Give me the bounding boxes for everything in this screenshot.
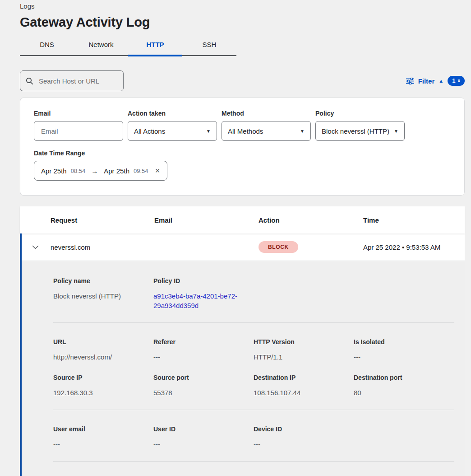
method-label: Method [222,110,311,117]
action-taken-filter: Action taken All Actions ▼ [128,110,217,141]
policy-select[interactable]: Block neverssl (HTTP) ▼ [315,121,405,141]
col-header-action: Action [259,216,363,224]
email-filter-input[interactable] [40,127,117,135]
filter-controls: Filter ▲ 1 x [406,76,465,86]
range-start-date[interactable]: Apr 25th [41,167,67,175]
page-title: Gateway Activity Log [20,14,465,30]
search-icon [26,77,33,85]
clear-filters-icon[interactable]: x [457,78,460,83]
detail-field-is-isolated: Is Isolated --- [354,338,454,362]
search-input[interactable] [38,77,118,85]
detail-field-url: URL http://neverssl.com/ [53,338,153,362]
policy-filter: Policy Block neverssl (HTTP) ▼ [315,110,405,141]
detail-field-device-id: Device ID --- [254,425,354,449]
log-detail-panel: Policy name Block neverssl (HTTP) Policy… [20,261,465,476]
arrow-right-icon: → [91,167,98,175]
method-select[interactable]: All Methods ▼ [222,121,311,141]
search-box[interactable] [20,70,124,91]
col-header-time: Time [363,216,465,224]
range-end-time[interactable]: 09:54 [134,168,148,174]
date-range-picker[interactable]: Apr 25th 08:54 → Apr 25th 09:54 ✕ [34,161,167,181]
action-taken-label: Action taken [128,110,217,117]
detail-field-http-version: HTTP Version HTTP/1.1 [254,338,354,362]
date-time-range-label: Date Time Range [34,149,451,157]
tab-bar: DNS Network HTTP SSH [20,37,236,56]
http-section: URL http://neverssl.com/ Referer --- HTT… [53,338,454,362]
block-status-badge: BLOCK [259,241,298,253]
row-time: Apr 25 2022 • 9:53:53 AM [363,243,465,251]
col-header-request: Request [51,216,154,224]
tab-network[interactable]: Network [74,37,128,55]
email-filter: Email [34,110,123,141]
chevron-down-icon[interactable] [20,245,51,249]
close-icon[interactable]: ✕ [155,167,160,174]
divider [53,461,454,462]
table-header-row: Request Email Action Time [20,206,465,233]
user-section: User email --- User ID --- Device ID --- [53,425,454,449]
tab-http[interactable]: HTTP [128,37,182,55]
action-taken-value: All Actions [134,127,165,135]
range-end-date[interactable]: Apr 25th [104,167,129,175]
filter-panel: Email Action taken All Actions ▼ Method … [20,98,465,196]
network-section: Source IP 192.168.30.3 Source port 55378… [53,374,454,397]
detail-field-referer: Referer --- [153,338,254,362]
tab-ssh[interactable]: SSH [182,37,236,55]
policy-section: Policy name Block neverssl (HTTP) Policy… [53,277,454,310]
row-request: neverssl.com [51,243,154,251]
table-row[interactable]: neverssl.com BLOCK Apr 25 2022 • 9:53:53… [20,233,465,261]
detail-field-destination-port: Destination port 80 [354,374,454,397]
method-value: All Methods [228,127,263,135]
detail-field-destination-ip: Destination IP 108.156.107.44 [254,374,354,397]
range-start-time[interactable]: 08:54 [71,168,86,174]
filter-toggle[interactable]: Filter [418,77,435,85]
detail-field-policy-id: Policy ID a91c3eb4-ba7a-4201-be72-29a934… [153,277,254,310]
toolbar: Filter ▲ 1 x [20,70,465,91]
action-taken-select[interactable]: All Actions ▼ [128,121,217,141]
expanded-log-entry: neverssl.com BLOCK Apr 25 2022 • 9:53:53… [20,233,465,476]
detail-field-user-email: User email --- [53,425,153,449]
caret-down-icon: ▼ [394,129,398,134]
gateway-activity-page: Logs Gateway Activity Log DNS Network HT… [0,0,471,476]
breadcrumb[interactable]: Logs [20,2,465,11]
filter-count-badge[interactable]: 1 x [448,76,465,86]
email-filter-label: Email [34,110,123,117]
method-filter: Method All Methods ▼ [222,110,311,141]
filter-count: 1 [452,77,455,84]
detail-field-user-id: User ID --- [153,425,254,449]
policy-value: Block neverssl (HTTP) [322,127,389,135]
divider [53,322,454,323]
filter-sliders-icon [406,78,414,84]
caret-down-icon: ▼ [300,129,305,134]
detail-field-policy-name: Policy name Block neverssl (HTTP) [53,277,153,310]
caret-down-icon: ▼ [206,129,211,134]
caret-up-icon[interactable]: ▲ [439,78,443,84]
detail-field-source-ip: Source IP 192.168.30.3 [53,374,153,397]
divider [53,410,454,410]
policy-id-link[interactable]: a91c3eb4-ba7a-4201-be72-29a934dd359d [153,291,242,310]
tab-dns[interactable]: DNS [20,37,74,55]
detail-field-source-port: Source port 55378 [153,374,254,397]
activity-table: Request Email Action Time neverssl.com B… [20,206,465,476]
policy-label: Policy [315,110,405,117]
col-header-email: Email [154,216,259,224]
